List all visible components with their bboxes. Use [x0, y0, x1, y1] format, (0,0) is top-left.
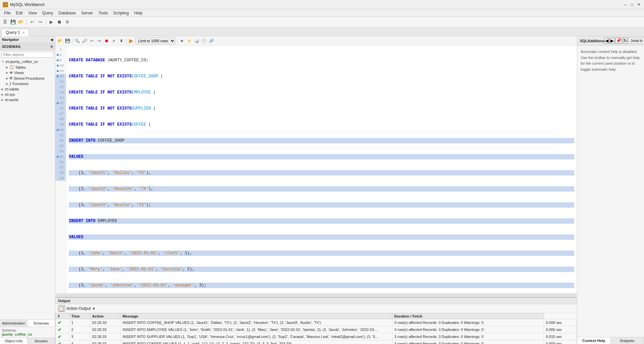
ln-54: 54: [55, 149, 66, 154]
save-button[interactable]: 💾: [9, 18, 17, 26]
code-line-20: CREATE TABLE IF NOT EXISTS SUPPLIER (: [69, 106, 574, 111]
tree-item-sys[interactable]: ▶ 🗃 sys: [0, 92, 55, 97]
ln-43: 43: [55, 90, 66, 95]
rp-pin-button[interactable]: 📌: [615, 38, 622, 44]
ln-40: 40: [55, 74, 66, 79]
menu-server[interactable]: Server: [78, 10, 96, 16]
cell-num: 4: [69, 340, 90, 344]
limit-select[interactable]: Limit to 1000 rows Limit to 200 rows Lim…: [135, 38, 175, 44]
nav-tab-administration[interactable]: Administration: [0, 320, 28, 327]
cell-status: ✔: [56, 326, 69, 333]
code-line-1: CREATE DATABASE JAUNTY_COFFEE_CO;: [69, 58, 574, 63]
stop-query-button[interactable]: ⏹: [103, 38, 110, 44]
query-tab-1-label: Query 1: [6, 30, 20, 35]
menu-help[interactable]: Help: [131, 10, 145, 16]
sidebar: Navigator ◀ SCHEMAS ↻ ▼ 🗃 jaunty_coffee_…: [0, 36, 55, 344]
stop-button[interactable]: ⏹: [56, 18, 63, 26]
rp-refresh-button[interactable]: ↻: [623, 38, 628, 44]
tree-item-tables[interactable]: ▶ 📋 Tables: [5, 64, 55, 70]
tab-bar: Query 1 ✕: [0, 27, 644, 36]
cell-message: 3 row(s) affected Records: 3 Duplicates:…: [392, 319, 544, 326]
execute-button[interactable]: ▶: [128, 38, 135, 44]
history-button[interactable]: 🕐: [201, 38, 207, 44]
output-toolbar: 📋 Action Output Action Output Text Outpu…: [55, 304, 577, 313]
bookmark-button[interactable]: ★: [178, 38, 185, 44]
menu-database[interactable]: Database: [56, 10, 78, 16]
tree-item-functions[interactable]: ▶ ƒ Functions: [5, 81, 55, 86]
ln-41: 41: [55, 79, 66, 84]
tree-item-world[interactable]: ▶ 🗃 world: [0, 97, 55, 102]
save-query-button[interactable]: 💾: [64, 38, 71, 44]
undo-query-button[interactable]: ↩: [89, 38, 95, 44]
output-area: Output 📋 Action Output Action Output Tex…: [55, 297, 577, 344]
redo-button[interactable]: ↪: [37, 18, 44, 26]
rollback-button[interactable]: ✘: [118, 38, 125, 44]
minimize-button[interactable]: ─: [623, 2, 628, 7]
tab-object-info[interactable]: Object Info: [0, 338, 28, 344]
tree-arrow-fn: ▶: [6, 82, 8, 85]
tree-label-tables: Tables: [15, 65, 26, 69]
ln-49: 49: [55, 122, 66, 127]
tree-item-stored-procedures[interactable]: ▶ ⚙ Stored Procedures: [5, 75, 55, 81]
ln-2: 2: [55, 52, 66, 58]
find-button[interactable]: 🔍: [74, 38, 80, 44]
code-editor[interactable]: 1 2 9 20 28 40 41 42 43 44 45 46 47 48 4…: [55, 46, 577, 293]
settings-button[interactable]: ⚙: [64, 18, 71, 26]
open-file-button[interactable]: 📂: [57, 38, 63, 44]
menu-query[interactable]: Query: [40, 10, 56, 16]
views-icon: 👁: [9, 71, 13, 75]
app-icon: 🐬: [3, 2, 8, 7]
menu-scripting[interactable]: Scripting: [110, 10, 131, 16]
right-panel-header: SQLAdditions ◀ ▶ 📌 ↻ Jump to: [577, 36, 644, 46]
schema-tree: ▼ 🗃 jaunty_coffee_co ▶ 📋 Tables ▶ 👁 View…: [0, 59, 55, 320]
navigator-collapse-icon[interactable]: ◀: [50, 38, 53, 42]
maximize-button[interactable]: □: [629, 2, 635, 7]
menu-view[interactable]: View: [25, 10, 40, 16]
output-dropdown-arrow[interactable]: ▼: [92, 307, 96, 311]
visual-explain-button[interactable]: 📊: [193, 38, 200, 44]
tree-item-views[interactable]: ▶ 👁 Views: [5, 70, 55, 75]
scrollbar-thumb[interactable]: [56, 294, 576, 297]
tree-item-jaunty[interactable]: ▼ 🗃 jaunty_coffee_co: [0, 59, 55, 64]
menu-file[interactable]: File: [1, 10, 13, 16]
query-tab-1[interactable]: Query 1 ✕: [1, 29, 29, 36]
close-button[interactable]: ✕: [636, 2, 641, 7]
tab-session[interactable]: Session: [28, 338, 55, 344]
schemas-refresh-icon[interactable]: ↻: [50, 45, 53, 49]
tab-context-help[interactable]: Context Help: [577, 337, 611, 344]
run-button[interactable]: ▶: [48, 18, 55, 26]
menu-edit[interactable]: Edit: [13, 10, 25, 16]
new-connection-button[interactable]: 🗄: [1, 18, 9, 26]
open-button[interactable]: 📂: [17, 18, 25, 26]
db-icon-sys: 🗃: [5, 92, 8, 96]
info-label: Schema:: [2, 328, 53, 332]
rp-back-button[interactable]: ◀: [604, 38, 609, 44]
tab-snippets[interactable]: Snippets: [611, 337, 644, 344]
rp-forward-button[interactable]: ▶: [610, 38, 614, 44]
filter-input[interactable]: [1, 52, 54, 58]
tree-arrow-views: ▶: [6, 71, 8, 74]
undo-button[interactable]: ↩: [29, 18, 36, 26]
menu-tools[interactable]: Tools: [96, 10, 110, 16]
tree-label-sys: sys: [9, 92, 15, 96]
tree-item-sakila[interactable]: ▶ 🗃 sakila: [0, 86, 55, 92]
explain-button[interactable]: ⚡: [186, 38, 193, 44]
code-line-46: VALUES: [69, 234, 574, 240]
col-num: #: [56, 314, 69, 319]
help-text: Automatic context help is disabled. Use …: [581, 49, 641, 72]
code-content[interactable]: CREATE DATABASE JAUNTY_COFFEE_CO; CREATE…: [66, 46, 577, 293]
nav-tab-schemas[interactable]: Schemas: [28, 320, 55, 327]
redo-query-button[interactable]: ↪: [96, 38, 103, 44]
auto-commit-button[interactable]: 🔗: [208, 38, 215, 44]
horizontal-scrollbar[interactable]: [55, 293, 577, 297]
tree-arrow-sys: ▶: [1, 93, 4, 96]
tree-label-sp: Stored Procedures: [14, 76, 45, 80]
ln-53: 53: [55, 143, 66, 149]
cell-action: INSERT INTO COFFEE_SHOP VALUES (1, 'Jaun…: [120, 319, 392, 326]
commit-button[interactable]: ✔: [111, 38, 117, 44]
ln-9: 9: [55, 58, 66, 63]
cell-duration: 0.000 sec: [544, 340, 577, 344]
jump-to-select[interactable]: Jump to: [629, 38, 644, 44]
query-tab-1-close[interactable]: ✕: [22, 31, 25, 35]
find-replace-button[interactable]: 🔎: [81, 38, 88, 44]
